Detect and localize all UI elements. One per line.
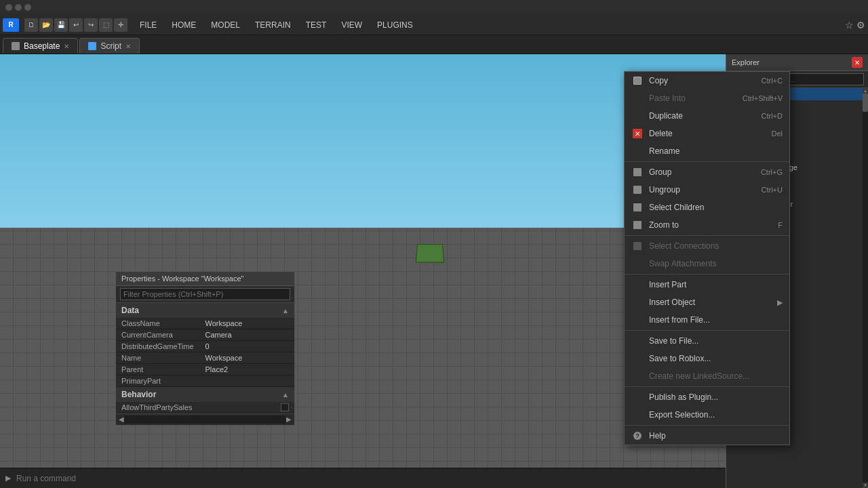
explorer-title: Explorer bbox=[732, 58, 760, 66]
undo-button[interactable]: ↩ bbox=[69, 18, 83, 32]
ctx-insert-file[interactable]: Insert from File... bbox=[625, 311, 789, 329]
tabs-bar: Baseplate ✕ Script ✕ bbox=[0, 35, 868, 54]
save-roblox-icon bbox=[631, 352, 644, 365]
ctx-group[interactable]: Group Ctrl+G bbox=[625, 163, 789, 181]
ctx-help[interactable]: ? Help bbox=[625, 427, 789, 445]
cmd-arrow-icon: ▶ bbox=[5, 474, 11, 483]
ctx-copy-shortcut: Ctrl+C bbox=[762, 77, 783, 85]
ctx-copy-label: Copy bbox=[649, 76, 755, 85]
behavior-section: Behavior ▲ bbox=[116, 387, 294, 402]
prop-scroll-right[interactable]: ▶ bbox=[286, 415, 292, 424]
move-button[interactable]: ✛ bbox=[114, 18, 127, 32]
explorer-scroll-up[interactable]: ▲ bbox=[863, 88, 868, 94]
ctx-ungroup[interactable]: Ungroup Ctrl+U bbox=[625, 181, 789, 199]
group-icon bbox=[631, 166, 644, 178]
publish-plugin-icon bbox=[631, 391, 644, 403]
ctx-copy[interactable]: Copy Ctrl+C bbox=[625, 72, 789, 89]
insert-file-icon bbox=[631, 314, 644, 326]
export-selection-icon bbox=[631, 409, 644, 421]
ctx-ungroup-label: Ungroup bbox=[649, 185, 755, 195]
main-area: Explorer ✕ ▼ W Workspace ▶ P Pl... ▶ L bbox=[0, 54, 868, 488]
ctx-insert-object-label: Insert Object bbox=[649, 298, 777, 307]
menu-terrain[interactable]: TERRAIN bbox=[248, 18, 298, 33]
ctx-sep-4 bbox=[625, 330, 789, 331]
ctx-group-label: Group bbox=[649, 167, 754, 177]
ctx-zoom-to[interactable]: Zoom to F bbox=[625, 216, 789, 234]
ctx-save-roblox-label: Save to Roblox... bbox=[649, 354, 783, 363]
properties-header: Properties - Workspace "Workspace" bbox=[116, 272, 294, 286]
ctx-create-linked-label: Create new LinkedSource... bbox=[649, 371, 783, 381]
ctx-swap-attachments: Swap Attachments bbox=[625, 255, 789, 272]
create-linked-icon bbox=[631, 370, 644, 382]
ctx-insert-part[interactable]: Insert Part bbox=[625, 276, 789, 293]
prop-classname: ClassName Workspace bbox=[116, 318, 294, 329]
baseplate-tab-icon bbox=[12, 42, 20, 50]
data-section: Data ▲ bbox=[116, 303, 294, 318]
ctx-publish-plugin[interactable]: Publish as Plugin... bbox=[625, 388, 789, 406]
prop-scroll-left[interactable]: ◀ bbox=[119, 415, 124, 424]
menu-plugins[interactable]: PLUGINS bbox=[370, 18, 420, 33]
data-section-collapse[interactable]: ▲ bbox=[282, 307, 289, 314]
menu-file[interactable]: FILE bbox=[133, 18, 163, 33]
ctx-select-connections: Select Connections bbox=[625, 237, 789, 255]
script-tab-icon bbox=[88, 42, 96, 50]
ctx-insert-object[interactable]: Insert Object ▶ bbox=[625, 293, 789, 311]
ctx-sep-1 bbox=[625, 161, 789, 162]
titlebar bbox=[0, 0, 868, 15]
ctx-delete[interactable]: ✕ Delete Del bbox=[625, 125, 789, 142]
prop-scroll-input[interactable] bbox=[124, 415, 286, 424]
prop-primarypart: PrimaryPart bbox=[116, 375, 294, 387]
menu-home[interactable]: HOME bbox=[165, 18, 203, 33]
settings-icon[interactable]: ⚙ bbox=[856, 20, 865, 30]
ctx-export-selection[interactable]: Export Selection... bbox=[625, 406, 789, 424]
redo-button[interactable]: ↪ bbox=[84, 18, 98, 32]
menu-test[interactable]: TEST bbox=[299, 18, 334, 33]
zoom-icon bbox=[631, 219, 644, 231]
ctx-save-roblox[interactable]: Save to Roblox... bbox=[625, 350, 789, 367]
allowthirdpartysales-checkbox[interactable] bbox=[281, 403, 289, 411]
select-button[interactable]: ⬚ bbox=[99, 18, 113, 32]
explorer-close-button[interactable]: ✕ bbox=[852, 57, 863, 68]
menu-view[interactable]: VIEW bbox=[334, 18, 369, 33]
copy-icon bbox=[631, 75, 644, 87]
open-button[interactable]: 📂 bbox=[39, 18, 53, 32]
save-button[interactable]: 💾 bbox=[54, 18, 68, 32]
context-menu: Copy Ctrl+C Paste Into Ctrl+Shift+V Dupl… bbox=[624, 71, 790, 445]
new-button[interactable]: 🗋 bbox=[24, 18, 38, 32]
properties-title: Properties - Workspace "Workspace" bbox=[121, 274, 243, 283]
ctx-select-children[interactable]: Select Children bbox=[625, 199, 789, 216]
prop-allowthirdpartysales: AllowThirdPartySales bbox=[116, 402, 294, 413]
ungroup-icon bbox=[631, 184, 644, 196]
rename-icon bbox=[631, 145, 644, 157]
ctx-create-linked: Create new LinkedSource... bbox=[625, 367, 789, 385]
explorer-scroll-down[interactable]: ▼ bbox=[863, 483, 868, 488]
ctx-rename[interactable]: Rename bbox=[625, 142, 789, 160]
tab-script[interactable]: Script ✕ bbox=[79, 38, 140, 54]
prop-parent: Parent Place2 bbox=[116, 364, 294, 375]
ctx-save-file-label: Save to File... bbox=[649, 336, 783, 346]
tab-baseplate[interactable]: Baseplate ✕ bbox=[3, 38, 78, 54]
behavior-section-collapse[interactable]: ▲ bbox=[282, 391, 289, 399]
prop-currentcamera: CurrentCamera Camera bbox=[116, 329, 294, 341]
ctx-pasteinto-shortcut: Ctrl+Shift+V bbox=[743, 94, 783, 102]
ctx-save-file[interactable]: Save to File... bbox=[625, 332, 789, 350]
properties-panel: Properties - Workspace "Workspace" Data … bbox=[115, 271, 295, 426]
swap-attachments-icon bbox=[631, 258, 644, 270]
script-tab-close[interactable]: ✕ bbox=[125, 43, 131, 50]
ctx-duplicate[interactable]: Duplicate Ctrl+D bbox=[625, 107, 789, 125]
explorer-scrollbar-thumb[interactable] bbox=[863, 92, 868, 112]
prop-scroll: ◀ ▶ bbox=[116, 413, 294, 425]
menu-model[interactable]: MODEL bbox=[204, 18, 247, 33]
ctx-publish-plugin-label: Publish as Plugin... bbox=[649, 392, 783, 402]
properties-filter-input[interactable] bbox=[120, 288, 290, 300]
3d-object bbox=[416, 244, 445, 263]
star-icon: ☆ bbox=[845, 20, 854, 30]
help-icon: ? bbox=[631, 430, 644, 442]
baseplate-tab-close[interactable]: ✕ bbox=[64, 43, 69, 50]
ctx-duplicate-label: Duplicate bbox=[649, 111, 755, 121]
ctx-duplicate-shortcut: Ctrl+D bbox=[762, 112, 783, 120]
insert-object-arrow-icon: ▶ bbox=[777, 298, 783, 307]
ctx-insert-part-label: Insert Part bbox=[649, 280, 783, 289]
titlebar-dots bbox=[5, 4, 31, 11]
explorer-header: Explorer ✕ bbox=[726, 54, 868, 71]
